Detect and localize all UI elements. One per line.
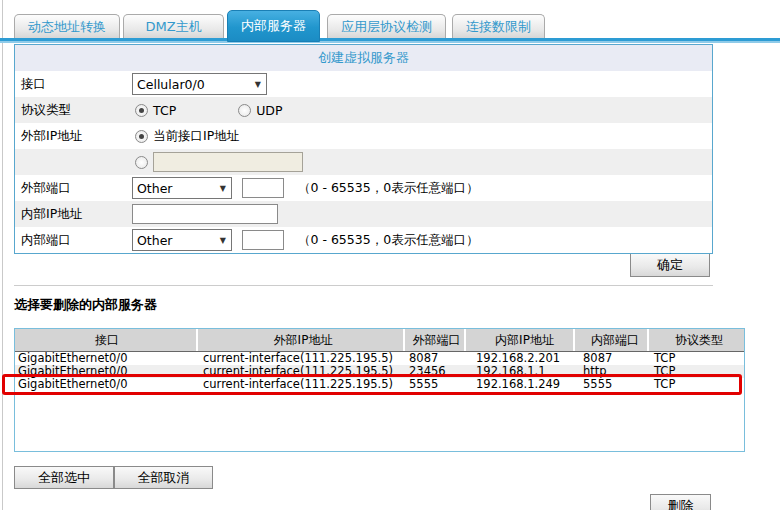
cell-internal-ip: 192.168.1.1 xyxy=(466,365,575,378)
external-port-input[interactable] xyxy=(242,178,284,198)
delete-button[interactable]: 删除 xyxy=(650,494,711,510)
cell-interface: GigabitEthernet0/0 xyxy=(15,365,198,378)
form-row-external-ip: 外部IP地址 当前接口IP地址 xyxy=(15,123,712,149)
cell-internal-ip: 192.168.2.201 xyxy=(466,352,575,365)
external-ip-custom-input[interactable] xyxy=(153,152,303,172)
tab-alg-detection[interactable]: 应用层协议检测 xyxy=(327,14,446,40)
cell-external-ip: current-interface(111.225.195.5) xyxy=(198,365,405,378)
cell-internal-port: http xyxy=(575,365,649,378)
tab-dmz-host[interactable]: DMZ主机 xyxy=(123,14,224,40)
interface-select-value: Cellular0/0 xyxy=(133,77,255,92)
cell-internal-ip: 192.168.1.249 xyxy=(466,378,575,391)
internal-port-select[interactable]: Other ▼ xyxy=(132,229,232,251)
form-row-external-ip-custom xyxy=(15,149,712,175)
col-header-internal-port: 内部端口 xyxy=(575,329,649,351)
protocol-tcp-radio[interactable] xyxy=(135,104,148,117)
cell-internal-port: 8087 xyxy=(575,352,649,365)
select-all-button[interactable]: 全部选中 xyxy=(14,466,114,489)
cell-external-port: 23456 xyxy=(405,365,466,378)
cell-external-ip: current-interface(111.225.195.5) xyxy=(198,352,405,365)
external-ip-current-label: 当前接口IP地址 xyxy=(153,128,239,145)
chevron-down-icon: ▼ xyxy=(255,80,266,89)
cell-protocol: TCP xyxy=(649,352,744,365)
delete-section-title: 选择要删除的内部服务器 xyxy=(14,296,157,314)
external-port-select[interactable]: Other ▼ xyxy=(132,177,232,199)
ok-button[interactable]: 确定 xyxy=(630,253,710,277)
cell-interface: GigabitEthernet0/0 xyxy=(15,378,198,391)
cell-external-port: 8087 xyxy=(405,352,466,365)
internal-ip-input[interactable] xyxy=(132,204,278,224)
col-header-interface: 接口 xyxy=(15,329,198,351)
cell-external-ip: current-interface(111.225.195.5) xyxy=(198,378,405,391)
col-header-external-port: 外部端口 xyxy=(405,329,466,351)
internal-port-select-value: Other xyxy=(133,233,220,248)
cell-external-port: 5555 xyxy=(405,378,466,391)
internal-port-label: 内部端口 xyxy=(15,232,132,249)
form-row-protocol: 协议类型 TCP UDP xyxy=(15,97,712,123)
col-header-protocol: 协议类型 xyxy=(649,329,744,351)
deselect-all-button[interactable]: 全部取消 xyxy=(114,466,213,489)
external-ip-custom-radio[interactable] xyxy=(135,156,148,169)
tab-internal-server[interactable]: 内部服务器 xyxy=(227,10,320,42)
form-row-interface: 接口 Cellular0/0 ▼ xyxy=(15,71,712,97)
form-row-external-port: 外部端口 Other ▼ （0 - 65535，0表示任意端口） xyxy=(15,175,712,201)
tab-connection-limit[interactable]: 连接数限制 xyxy=(452,14,545,40)
form-row-internal-port: 内部端口 Other ▼ （0 - 65535，0表示任意端口） xyxy=(15,227,712,253)
tab-dynamic-nat[interactable]: 动态地址转换 xyxy=(14,14,120,40)
external-port-hint: （0 - 65535，0表示任意端口） xyxy=(298,180,479,197)
protocol-udp-radio[interactable] xyxy=(238,104,251,117)
cell-interface: GigabitEthernet0/0 xyxy=(15,352,198,365)
cell-protocol: TCP xyxy=(649,378,744,391)
internal-servers-table: 接口 外部IP地址 外部端口 内部IP地址 内部端口 协议类型 GigabitE… xyxy=(14,328,745,452)
form-row-internal-ip: 内部IP地址 xyxy=(15,201,712,227)
internal-port-input[interactable] xyxy=(242,230,284,250)
protocol-label: 协议类型 xyxy=(15,102,132,119)
cell-internal-port: 5555 xyxy=(575,378,649,391)
section-divider xyxy=(14,285,713,286)
chevron-down-icon: ▼ xyxy=(220,236,231,245)
protocol-udp-label: UDP xyxy=(256,103,282,118)
cell-protocol: TCP xyxy=(649,365,744,378)
interface-label: 接口 xyxy=(15,76,132,93)
form-title: 创建虚拟服务器 xyxy=(15,45,712,71)
col-header-internal-ip: 内部IP地址 xyxy=(466,329,575,351)
interface-select[interactable]: Cellular0/0 ▼ xyxy=(132,73,267,95)
external-port-select-value: Other xyxy=(133,181,220,196)
chevron-down-icon: ▼ xyxy=(220,184,231,193)
create-virtual-server-form: 创建虚拟服务器 接口 Cellular0/0 ▼ 协议类型 TCP UDP 外部… xyxy=(14,44,713,254)
table-row[interactable]: GigabitEthernet0/0 current-interface(111… xyxy=(15,365,744,378)
table-row-highlighted[interactable]: GigabitEthernet0/0 current-interface(111… xyxy=(15,378,744,391)
tab-accent-bar xyxy=(0,38,780,43)
external-ip-label: 外部IP地址 xyxy=(15,128,132,145)
page-frame-divider xyxy=(2,0,3,510)
external-ip-current-radio[interactable] xyxy=(135,130,148,143)
internal-ip-label: 内部IP地址 xyxy=(15,206,132,223)
col-header-external-ip: 外部IP地址 xyxy=(198,329,405,351)
table-header-row: 接口 外部IP地址 外部端口 内部IP地址 内部端口 协议类型 xyxy=(15,329,744,352)
external-port-label: 外部端口 xyxy=(15,180,132,197)
protocol-tcp-label: TCP xyxy=(153,103,176,118)
table-row[interactable]: GigabitEthernet0/0 current-interface(111… xyxy=(15,352,744,365)
internal-port-hint: （0 - 65535，0表示任意端口） xyxy=(298,232,479,249)
